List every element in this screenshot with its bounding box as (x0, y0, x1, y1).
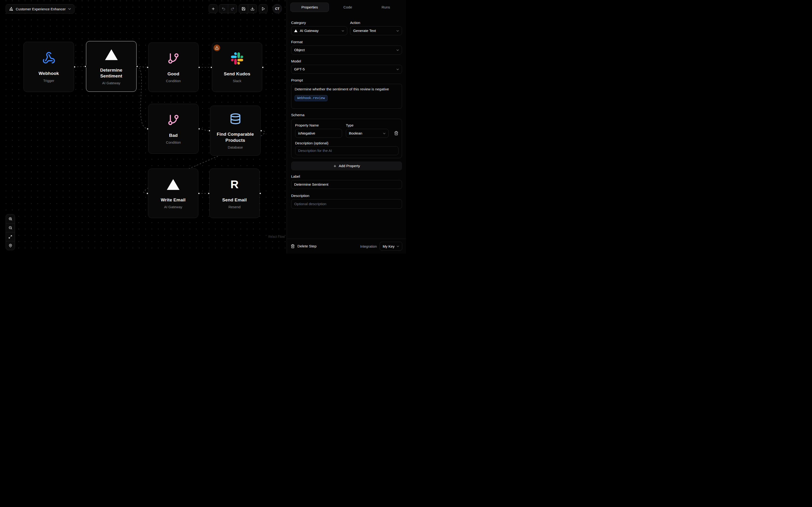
node-subtitle: AI Gateway (164, 205, 182, 209)
node-write-email[interactable]: Write Email AI Gateway (148, 169, 198, 218)
node-webhook[interactable]: Webhook Trigger (23, 42, 74, 92)
canvas-controls (6, 214, 15, 250)
connection-handle[interactable] (260, 129, 262, 132)
prompt-variable-chip[interactable]: Webhook.review (295, 95, 327, 101)
node-title: Webhook (39, 70, 59, 76)
node-bad[interactable]: Bad Condition (148, 104, 199, 154)
webhook-icon (42, 51, 55, 65)
toggle-interactivity-button[interactable] (6, 241, 15, 250)
node-subtitle: Condition (166, 140, 181, 144)
ai-gateway-triangle-icon (105, 48, 118, 61)
connection-handle[interactable] (73, 66, 76, 68)
format-value: Object (294, 48, 394, 52)
node-find-comparable-products[interactable]: Find Comparable Products Database (210, 106, 261, 156)
chevron-down-icon (396, 49, 399, 51)
property-name-label: Property Name (295, 123, 319, 127)
node-title: Find Comparable Products (215, 131, 256, 143)
node-title: Write Email (161, 197, 185, 203)
action-select[interactable]: Generate Text (350, 26, 402, 35)
tab-properties[interactable]: Properties (290, 3, 329, 12)
connection-handle[interactable] (146, 66, 149, 68)
property-description-input[interactable] (295, 146, 399, 155)
trash-icon (291, 244, 295, 248)
type-label: Type (346, 123, 354, 127)
node-good[interactable]: Good Condition (148, 43, 199, 92)
react-flow-attribution[interactable]: React Flow (268, 235, 285, 238)
connection-handle[interactable] (84, 65, 87, 68)
tab-runs[interactable]: Runs (374, 3, 398, 12)
user-avatar[interactable]: CT (272, 4, 282, 13)
panel-footer: Delete Step Integration My Key (287, 239, 406, 253)
fit-view-button[interactable] (6, 232, 15, 241)
redo-icon (231, 7, 235, 11)
action-label: Action (350, 21, 360, 25)
add-property-label: Add Property (339, 164, 360, 168)
avatar-initials: CT (275, 7, 280, 10)
flow-canvas[interactable]: Webhook Trigger Determine Sentiment AI G… (0, 0, 287, 253)
chevron-down-icon (68, 8, 71, 10)
property-type-select[interactable]: Boolean (346, 129, 389, 138)
node-subtitle: Condition (166, 79, 181, 83)
label-input[interactable] (291, 180, 402, 189)
description-field-label: Description (291, 194, 309, 198)
chevron-down-icon (396, 68, 399, 70)
download-icon (250, 7, 254, 11)
connection-handle[interactable] (208, 129, 211, 132)
connection-handle[interactable] (261, 66, 264, 68)
node-subtitle: AI Gateway (102, 81, 120, 85)
delete-property-button[interactable] (394, 131, 399, 135)
zoom-out-icon (8, 226, 12, 230)
label-field-label: Label (291, 174, 300, 179)
slack-icon (231, 52, 243, 65)
node-title: Determine Sentiment (91, 67, 132, 79)
prompt-text: Determine whether the sentiment of this … (295, 87, 399, 91)
category-select[interactable]: AI Gateway (291, 26, 347, 35)
delete-step-label: Delete Step (297, 244, 316, 248)
property-name-input[interactable] (295, 129, 342, 138)
chevron-down-icon (396, 30, 399, 32)
description-input[interactable] (291, 199, 402, 209)
connection-handle[interactable] (207, 192, 210, 194)
node-send-email[interactable]: R Send Email Resend (209, 169, 260, 218)
tab-code[interactable]: Code (336, 3, 359, 12)
run-workflow-button[interactable] (259, 4, 268, 13)
node-subtitle: Trigger (43, 78, 54, 82)
zoom-in-icon (8, 217, 12, 221)
format-select[interactable]: Object (291, 46, 402, 54)
model-select[interactable]: GPT-5 (291, 65, 402, 74)
zoom-in-button[interactable] (6, 214, 15, 223)
property-type-value: Boolean (349, 131, 380, 135)
node-subtitle: Slack (233, 79, 242, 83)
connection-handle[interactable] (259, 192, 261, 194)
connection-handle[interactable] (146, 127, 149, 130)
format-label: Format (291, 40, 303, 44)
model-value: GPT-5 (294, 67, 394, 71)
prompt-editor[interactable]: Determine whether the sentiment of this … (291, 84, 402, 109)
node-determine-sentiment[interactable]: Determine Sentiment AI Gateway (86, 41, 137, 92)
category-value: AI Gateway (300, 29, 339, 33)
connection-handle[interactable] (198, 66, 200, 68)
connection-handle[interactable] (146, 192, 149, 194)
save-button[interactable] (239, 4, 248, 13)
zoom-out-button[interactable] (6, 223, 15, 232)
download-button[interactable] (248, 4, 257, 13)
connection-handle[interactable] (198, 127, 200, 130)
add-property-button[interactable]: Add Property (291, 162, 402, 170)
connection-handle[interactable] (210, 66, 213, 68)
save-icon (242, 7, 246, 11)
integration-value: My Key (383, 244, 395, 248)
chevron-down-icon (342, 30, 344, 32)
connection-handle[interactable] (198, 192, 200, 194)
workflow-name-dropdown[interactable]: Customer Experience Enhancer (6, 4, 74, 14)
undo-button[interactable] (219, 4, 228, 13)
connection-handle[interactable] (136, 65, 138, 68)
node-send-kudos[interactable]: Send Kudos Slack (212, 43, 262, 92)
add-step-button[interactable] (209, 4, 217, 13)
node-subtitle: Resend (229, 205, 241, 209)
integration-select[interactable]: My Key (380, 242, 402, 251)
save-button-group (239, 4, 257, 13)
redo-button[interactable] (228, 4, 237, 13)
warning-badge[interactable] (214, 45, 220, 51)
delete-step-button[interactable]: Delete Step (291, 244, 316, 248)
node-title: Bad (169, 132, 178, 138)
